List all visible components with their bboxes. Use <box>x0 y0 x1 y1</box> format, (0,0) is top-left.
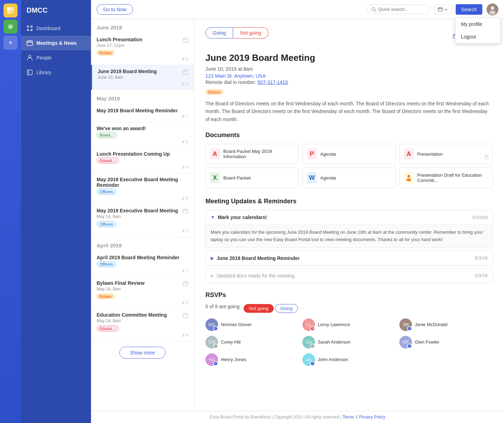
event-item-exec-reminder[interactable]: May 2019 Executive Board Meeting Reminde… <box>91 173 194 204</box>
doc-card-0[interactable]: A Board Packet May 2019 Information <box>205 144 299 164</box>
doc-name-3: Board Packet <box>223 175 251 181</box>
svg-point-13 <box>29 55 31 58</box>
sidebar-item-dashboard[interactable]: Dashboard <box>21 21 91 36</box>
tag-officers: Officers <box>97 189 116 195</box>
event-item-award[interactable]: We've won an award! Board… 🖇 2 <box>91 122 194 148</box>
event-tags: Board… <box>97 132 188 138</box>
event-title: Education Committee Meeting <box>97 312 188 318</box>
doc-name-0: Board Packet May 2019 Information <box>223 149 294 159</box>
rsvp-grid: NG✓Norman GloverLL✕Leroy LawrenceJM✓Jani… <box>205 318 493 366</box>
rsvp-avatar: JM✓ <box>399 318 412 331</box>
dial-number[interactable]: 507-317-1410 <box>258 79 288 85</box>
rsvp-person-name: Norman Glover <box>221 322 252 327</box>
update-title-1: June 2019 Board Meeting Reminder <box>217 255 472 261</box>
rsvp-avatar: JA✓ <box>302 353 315 366</box>
app-icon-secondary[interactable] <box>4 20 18 34</box>
update-title-2: Updated docs ready for the meeting <box>217 273 472 279</box>
month-header-may: May 2019 <box>91 90 194 104</box>
doc-card-5[interactable]: Presentation Draft for Education Committ… <box>399 168 493 188</box>
event-title: May 2019 Board Meeting Reminder <box>97 108 188 113</box>
meeting-title: June 2019 Board Meeting <box>205 52 493 63</box>
event-item-exec-meeting[interactable]: May 2019 Executive Board Meeting May 14,… <box>91 204 194 237</box>
footer-terms[interactable]: Terms <box>343 415 354 420</box>
rsvp-row: Going Not going Add meetings to <box>205 27 493 45</box>
doc-card-4[interactable]: W Agenda <box>302 168 396 188</box>
going-button[interactable]: Going <box>205 27 233 38</box>
rsvp-avatar: CH? <box>205 336 218 348</box>
rsvp-top-row: 5 of 8 are going Not going Going <box>205 304 493 313</box>
meeting-location[interactable]: 123 Main St. Anytown, USA <box>205 73 493 79</box>
tag-educat: Educat… <box>97 325 119 332</box>
search-box <box>367 5 430 14</box>
svg-rect-9 <box>27 41 33 45</box>
event-attachments: 🖇 2 <box>97 57 188 61</box>
update-date-1: 5/3/19 <box>475 255 488 261</box>
rsvp-person-name: Janie McDonald <box>415 322 447 327</box>
meeting-dial: Remote dial in number: 507-317-1410 <box>205 79 493 85</box>
show-more-button[interactable]: Show more <box>119 347 166 359</box>
rsvp-actions: Going Not going <box>205 27 268 38</box>
event-tags: Educat… <box>97 325 188 332</box>
update-header-1[interactable]: ▶ June 2019 Board Meeting Reminder 5/3/1… <box>206 251 492 265</box>
event-date: June 17, 12pm <box>97 43 188 48</box>
update-header-0[interactable]: ▼ Mark your calendars! 5/15/19 <box>206 210 492 224</box>
go-to-now-button[interactable]: Go to Now <box>97 4 133 15</box>
sidebar-item-meetings[interactable]: Meetings & News <box>21 36 91 50</box>
svg-rect-8 <box>30 29 33 31</box>
doc-card-1[interactable]: P Agenda <box>302 144 396 164</box>
chevron-down-icon <box>444 8 448 11</box>
doc-icon-pdf: A <box>210 148 220 160</box>
event-item-board-june[interactable]: June 2019 Board Meeting June 10, 8am 🖇 2 <box>91 65 194 90</box>
svg-rect-18 <box>438 8 442 11</box>
update-date-2: 5/3/19 <box>475 273 488 278</box>
dropdown-item-profile[interactable]: My profile <box>455 18 500 30</box>
search-button[interactable]: Search <box>456 4 482 15</box>
rsvp-status-badge: ? <box>310 344 315 348</box>
sidebar-item-library[interactable]: Library <box>21 65 91 80</box>
not-going-button[interactable]: Not going <box>233 27 268 38</box>
event-title: May 2019 Executive Board Meeting <box>97 208 188 213</box>
update-header-2[interactable]: ▶ Updated docs ready for the meeting 5/3… <box>206 269 492 283</box>
book-icon <box>27 69 33 76</box>
event-attachments: 🖇 2 <box>97 140 188 144</box>
rsvp-status-badge: ✓ <box>407 326 412 331</box>
tag-board: Board… <box>97 132 117 138</box>
event-item-lunch-coming[interactable]: Lunch Presentation Coming Up Educat… 🖇 4 <box>91 148 194 173</box>
event-attachments: 🖇 2 <box>97 301 188 305</box>
top-bar: Go to Now Search <box>91 0 504 19</box>
rsvp-filter-going[interactable]: Going <box>275 304 298 313</box>
doc-card-3[interactable]: X Board Packet <box>205 168 299 188</box>
rsvp-avatar: SA? <box>302 336 315 348</box>
doc-name-5: Presentation Draft for Education Committ… <box>417 172 488 183</box>
sidebar-item-people[interactable]: People <box>21 50 91 65</box>
tag-educat: Educat… <box>97 157 119 164</box>
search-input[interactable] <box>378 7 424 12</box>
rsvp-filter-not-going[interactable]: Not going <box>244 304 274 313</box>
event-tags: Bylaws <box>97 294 188 299</box>
svg-rect-49 <box>485 156 488 159</box>
rsvp-person-name: Henry Jones <box>221 357 246 362</box>
svg-point-50 <box>407 175 410 178</box>
add-app-icon[interactable]: + <box>4 36 18 50</box>
doc-card-2[interactable]: A Presentation <box>399 144 493 164</box>
event-item-april-reminder[interactable]: April 2019 Board Meeting Reminder Office… <box>91 251 194 277</box>
user-avatar[interactable] <box>486 3 498 15</box>
dropdown-item-logout[interactable]: Logout <box>455 30 500 43</box>
event-item-bylaws[interactable]: Bylaws Final Review May 14, 8am Bylaws 🖇… <box>91 277 194 309</box>
chevron-right-icon2: ▶ <box>211 273 214 278</box>
event-title: Lunch Presentation <box>97 37 188 42</box>
footer-privacy[interactable]: Privacy Policy <box>359 415 385 420</box>
rsvp-avatar: NG✓ <box>205 318 218 331</box>
calendar-filter-button[interactable] <box>434 5 451 14</box>
event-list-content: June 2019 Lunch Presentation June 17, 12… <box>91 19 194 359</box>
app-icon-main[interactable] <box>4 3 18 17</box>
svg-rect-29 <box>183 70 188 74</box>
event-tags: Officers <box>97 261 188 267</box>
rsvp-avatar: LL✕ <box>302 318 315 331</box>
sidebar-label-library: Library <box>36 70 51 75</box>
event-item-may-reminder[interactable]: May 2019 Board Meeting Reminder 🖇 1 <box>91 104 194 122</box>
event-item-lunch-june[interactable]: Lunch Presentation June 17, 12pm Bylaws … <box>91 33 194 65</box>
event-tags: Educat… <box>97 157 188 164</box>
event-item-edu-committee[interactable]: Education Committee Meeting May 14, 8am … <box>91 309 194 341</box>
rsvp-person-name: Leroy Lawrence <box>318 322 350 327</box>
